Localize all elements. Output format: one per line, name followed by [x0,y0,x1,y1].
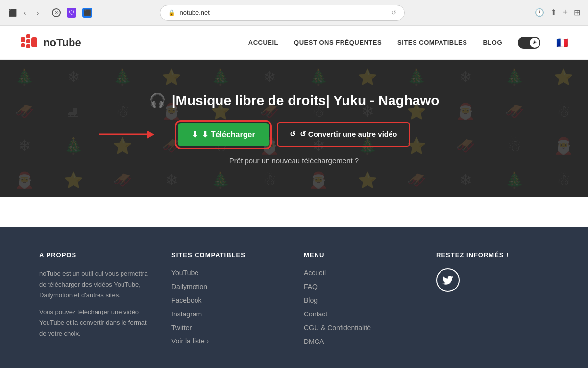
footer-link-twitter[interactable]: Twitter [172,324,192,332]
footer-menu-accueil[interactable]: Accueil [304,269,326,277]
language-flag[interactable]: 🇫🇷 [556,37,568,49]
twitter-icon [442,276,453,285]
list-item: Contact [304,310,416,318]
list-item: CGU & Confidentialité [304,323,416,332]
footer-about-para2: Vous pouvez télécharger une vidéo YouTub… [39,307,152,339]
nav-blog[interactable]: BLOG [483,39,502,46]
download-icon: ⬇ [192,130,198,139]
footer-sites-heading: SITES COMPATIBLES [172,251,284,259]
list-item: Dailymotion [172,282,284,291]
grid-icon[interactable]: ⊞ [574,8,580,17]
footer-sites: SITES COMPATIBLES YouTube Dailymotion Fa… [172,251,284,351]
convert-button-label: ↺ Convertir une autre vidéo [300,130,397,139]
list-item: Accueil [304,268,416,277]
shield-icon: ⊙ [52,8,61,17]
footer-about-para1: noTube est un outil qui vous permettra d… [39,268,152,301]
svg-rect-0 [21,37,25,42]
share-icon[interactable]: ⬆ [550,8,557,17]
nav-sites[interactable]: SITES COMPATIBLES [397,39,467,46]
headphone-icon: 🎧 [149,92,166,108]
convert-icon: ↺ [290,130,296,139]
svg-rect-1 [26,34,30,38]
browser-chrome: ⬛ ‹ › ⊙ 🛡 ⬛ 🔒 notube.net ↺ 🕐 ⬆ + ⊞ [0,0,588,26]
nav-faq[interactable]: QUESTIONS FRÉQUENTES [294,39,382,46]
tab-switcher-icon[interactable]: ⬛ [8,8,17,17]
footer-menu-faq[interactable]: FAQ [304,283,318,290]
footer-menu-dmca[interactable]: DMCA [304,338,324,345]
extension-icon: 🛡 [67,8,76,18]
footer-about-heading: A PROPOS [39,251,152,259]
back-button[interactable]: ‹ [21,8,29,17]
hero-subtitle: Prêt pour un nouveau téléchargement ? [229,157,359,165]
list-item: Voir la liste › [172,337,284,345]
logo[interactable]: noTube [20,33,81,52]
footer-menu-heading: MENU [304,251,416,259]
app-icon: ⬛ [82,8,92,18]
list-item: Twitter [172,323,284,332]
nav-accueil[interactable]: ACCUEIL [248,39,278,46]
footer-link-instagram[interactable]: Instagram [172,310,202,318]
forward-button[interactable]: › [33,8,42,17]
hero-title: 🎧 |Musique libre de droits| Yuku - Nagha… [149,92,440,108]
list-item: YouTube [172,268,284,277]
footer-sites-list: YouTube Dailymotion Facebook Instagram T… [172,268,284,345]
logo-text: noTube [43,36,81,49]
hero-title-text: |Musique libre de droits| Yuku - Naghawo [172,93,440,108]
browser-nav-controls: ⬛ ‹ › [8,8,42,17]
footer-link-youtube[interactable]: YouTube [172,269,198,277]
footer-menu-blog[interactable]: Blog [304,296,318,304]
arrow-head [147,131,154,138]
dark-mode-toggle[interactable]: ☀ [518,37,540,49]
convert-button[interactable]: ↺ ↺ Convertir une autre vidéo [277,122,410,147]
footer-social-heading: RESTEZ INFORMÉS ! [436,251,549,259]
list-item: DMCA [304,337,416,346]
footer-menu: MENU Accueil FAQ Blog Contact CGU & Conf… [304,251,416,351]
arrow-indicator [99,134,148,135]
browser-toolbar: 🕐 ⬆ + ⊞ [535,7,580,18]
twitter-button[interactable] [436,268,460,292]
footer-link-dailymotion[interactable]: Dailymotion [172,283,207,290]
new-tab-icon[interactable]: + [563,7,568,18]
logo-icon [20,33,38,52]
footer-menu-cgu[interactable]: CGU & Confidentialité [304,324,371,332]
footer-menu-contact[interactable]: Contact [304,310,327,318]
toggle-thumb: ☀ [530,38,539,48]
footer-about-text: noTube est un outil qui vous permettra d… [39,268,152,340]
footer-link-facebook[interactable]: Facebook [172,296,201,304]
list-item: Instagram [172,310,284,318]
svg-rect-3 [26,44,30,48]
history-icon[interactable]: 🕐 [535,8,544,17]
hero-buttons-container: ⬇ ⬇ Télécharger ↺ ↺ Convertir une autre … [178,122,410,147]
main-nav: ACCUEIL QUESTIONS FRÉQUENTES SITES COMPA… [248,37,568,49]
footer: A PROPOS noTube est un outil qui vous pe… [0,227,588,368]
list-item: Facebook [172,296,284,305]
list-item: FAQ [304,282,416,291]
footer-menu-list: Accueil FAQ Blog Contact CGU & Confident… [304,268,416,346]
footer-about: A PROPOS noTube est un outil qui vous pe… [39,251,152,351]
arrow-shaft [99,134,148,135]
reload-icon[interactable]: ↺ [392,9,396,16]
hero-section: 🎄❄🎄⭐🎄❄🎄⭐🎄❄🎄⭐ 🛷⛸☃🎅⭐🛷☃❄⭐🎅🛷☃ ❄🎄⭐🛷☃🎅❄🎄⭐🛷☃🎅 🎅… [0,60,588,197]
list-item: Blog [304,296,416,305]
svg-rect-2 [26,39,30,43]
url-text: notube.net [179,9,209,16]
download-button[interactable]: ⬇ ⬇ Télécharger [178,123,269,146]
site-header: noTube ACCUEIL QUESTIONS FRÉQUENTES SITE… [0,26,588,60]
white-gap [0,197,588,227]
download-button-label: ⬇ Télécharger [202,130,255,139]
footer-social: RESTEZ INFORMÉS ! [436,251,549,351]
lock-icon: 🔒 [168,9,175,16]
address-bar[interactable]: 🔒 notube.net ↺ [160,5,405,21]
svg-rect-4 [31,37,37,47]
footer-link-voir-liste[interactable]: Voir la liste › [172,337,284,345]
svg-rect-5 [21,43,25,47]
